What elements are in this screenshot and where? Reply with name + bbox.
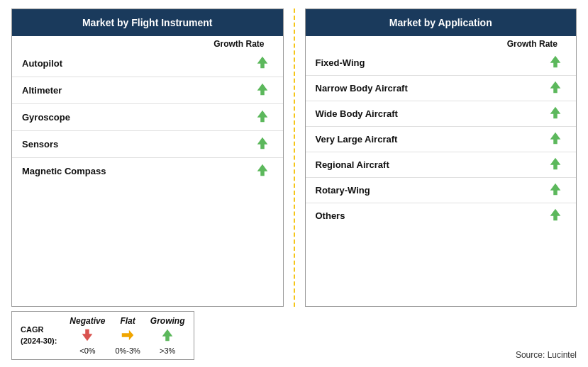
svg-marker-0	[257, 57, 267, 69]
legend-item-label: Negative	[70, 316, 105, 326]
application-name: Rotary-Wing	[316, 185, 370, 196]
source-label: Source: Lucintel	[516, 350, 577, 360]
legend-items: Negative <0%Flat 0%-3%Growing >3%	[70, 316, 184, 355]
instrument-rows: Autopilot Altimeter Gyroscope Sensors Ma…	[12, 50, 283, 184]
instrument-arrow	[255, 81, 270, 99]
instrument-row: Autopilot	[12, 50, 283, 77]
application-arrow	[548, 181, 563, 199]
application-name: Others	[316, 210, 345, 221]
left-table-body: Growth Rate Autopilot Altimeter Gyroscop…	[12, 36, 283, 306]
legend-item-label: Flat	[120, 316, 135, 326]
application-row: Fixed-Wing	[306, 50, 577, 76]
instrument-name: Gyroscope	[22, 112, 70, 123]
legend-item-label: Growing	[150, 316, 185, 326]
left-table: Market by Flight Instrument Growth Rate …	[11, 9, 284, 307]
application-name: Fixed-Wing	[316, 57, 365, 68]
left-growth-rate-label: Growth Rate	[213, 39, 264, 49]
svg-marker-10	[550, 184, 561, 196]
legend-item-arrow	[79, 327, 95, 345]
legend-item-sub: <0%	[79, 346, 95, 355]
instrument-arrow	[255, 108, 270, 126]
legend-item-arrow	[160, 327, 175, 345]
application-name: Narrow Body Aircraft	[316, 83, 408, 94]
instrument-row: Sensors	[12, 131, 283, 158]
application-row: Rotary-Wing	[306, 178, 577, 203]
right-table-header: Market by Application	[306, 9, 577, 36]
legend-cagr: CAGR (2024-30):	[21, 324, 57, 346]
svg-marker-8	[550, 132, 561, 145]
application-arrow	[548, 79, 563, 97]
right-growth-rate-row: Growth Rate	[306, 36, 577, 50]
application-arrow	[548, 130, 563, 148]
instrument-row: Gyroscope	[12, 104, 283, 131]
legend-item-arrow	[120, 327, 135, 345]
svg-marker-13	[122, 330, 134, 341]
divider	[284, 9, 305, 307]
legend-item: Growing >3%	[150, 316, 185, 355]
right-table-body: Growth Rate Fixed-Wing Narrow Body Aircr…	[306, 36, 577, 306]
legend-box: CAGR (2024-30): Negative <0%Flat 0%-3%Gr…	[11, 311, 194, 360]
svg-marker-4	[257, 164, 267, 176]
instrument-row: Altimeter	[12, 77, 283, 104]
application-name: Regional Aircraft	[316, 159, 389, 170]
application-arrow	[548, 207, 563, 225]
svg-marker-5	[550, 56, 561, 68]
right-table: Market by Application Growth Rate Fixed-…	[305, 9, 577, 307]
svg-marker-7	[550, 107, 561, 119]
application-row: Regional Aircraft	[306, 152, 577, 178]
left-growth-rate-row: Growth Rate	[12, 36, 283, 50]
application-name: Very Large Aircraft	[316, 134, 398, 145]
application-arrow	[548, 105, 563, 123]
svg-marker-9	[550, 158, 561, 170]
application-rows: Fixed-Wing Narrow Body Aircraft Wide Bod…	[306, 50, 577, 228]
instrument-arrow	[255, 55, 270, 72]
application-row: Wide Body Aircraft	[306, 101, 577, 127]
application-row: Narrow Body Aircraft	[306, 76, 577, 101]
svg-marker-3	[257, 137, 267, 149]
instrument-name: Magnetic Compass	[22, 166, 106, 176]
application-arrow	[548, 156, 563, 174]
instrument-name: Sensors	[22, 139, 58, 149]
instrument-arrow	[255, 135, 270, 153]
instrument-name: Altimeter	[22, 85, 62, 96]
svg-marker-6	[550, 81, 561, 94]
dashed-line	[294, 9, 295, 307]
svg-marker-12	[82, 329, 93, 341]
instrument-row: Magnetic Compass	[12, 158, 283, 184]
page-wrapper: Market by Flight Instrument Growth Rate …	[0, 0, 588, 367]
tables-row: Market by Flight Instrument Growth Rate …	[11, 9, 577, 307]
legend-item-sub: >3%	[160, 346, 175, 355]
legend-item: Flat 0%-3%	[115, 316, 140, 355]
application-arrow	[548, 54, 563, 72]
legend-item-sub: 0%-3%	[115, 346, 140, 355]
application-row: Very Large Aircraft	[306, 127, 577, 152]
instrument-arrow	[255, 162, 270, 180]
left-table-header: Market by Flight Instrument	[12, 9, 283, 36]
svg-marker-11	[550, 209, 561, 221]
svg-marker-2	[257, 111, 267, 123]
legend-item: Negative <0%	[70, 316, 105, 355]
bottom-row: CAGR (2024-30): Negative <0%Flat 0%-3%Gr…	[11, 311, 577, 360]
svg-marker-1	[257, 84, 267, 96]
application-name: Wide Body Aircraft	[316, 108, 398, 119]
right-growth-rate-label: Growth Rate	[507, 39, 558, 49]
svg-marker-14	[162, 329, 173, 341]
instrument-name: Autopilot	[22, 58, 62, 69]
application-row: Others	[306, 203, 577, 228]
